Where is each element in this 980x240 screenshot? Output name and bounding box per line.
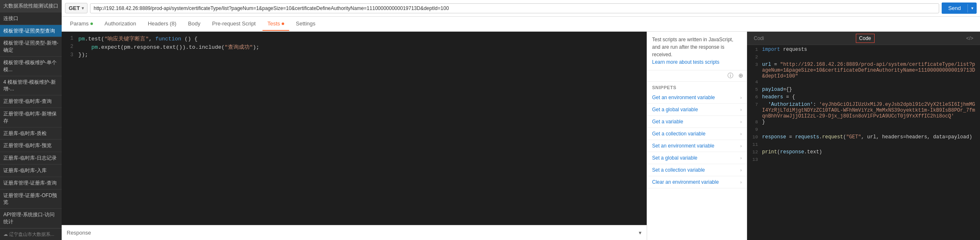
info-icon[interactable]: ⓘ [728,72,733,80]
tab-headers[interactable]: Headers (8) [143,17,182,31]
chevron-right-icon: › [740,180,742,185]
code-line-11: 11 [747,142,980,149]
snippets-header: SNIPPETS [647,82,747,92]
code-line-12: 12 print(response.text) [747,149,980,157]
tab-authorization[interactable]: Authorization [100,17,141,31]
snippet-item-4[interactable]: Set an environment variable › [647,140,747,152]
snippets-info: Test scripts are written in JavaScript, … [647,32,747,70]
snippet-item-6[interactable]: Set a collection variable › [647,164,747,176]
main-panel: GET ▾ Send ▾ Params Authorization Header… [62,0,980,240]
chevron-right-icon: › [740,156,742,160]
tab-settings[interactable]: Settings [291,17,320,31]
sidebar-item-0[interactable]: 大数据系统性能测试接口 [0,0,62,12]
learn-more-link[interactable]: Learn more about tests scripts [652,59,719,65]
code-line-3: 3 url = "http://192.168.42.26:8889/prod-… [747,62,980,79]
chevron-right-icon: › [740,108,742,112]
code-line-8: 8 } [747,119,980,127]
code-line-13: 13 [747,157,980,164]
chevron-right-icon: › [740,95,742,100]
snippet-item-1[interactable]: Get a global variable › [647,104,747,116]
sidebar-item-5[interactable]: 4 模板管理-模板维护-新增-... [0,76,62,96]
chevron-right-icon: › [740,168,742,172]
sidebar-item-14[interactable]: API管理-系统接口-访问统计 [0,209,62,228]
code-line-7: 7 'Authorization': 'eyJhbGciOiJIUzUxMiJ9… [747,102,980,119]
sidebar-item-8[interactable]: 正册库-临时库-质检 [0,128,62,140]
response-label: Response [67,230,91,236]
code-line-6: 6 headers = { [747,94,980,102]
sidebar-item-2[interactable]: 模板管理-证照类型查询 [0,25,62,38]
tab-body[interactable]: Body [183,17,205,31]
chevron-right-icon: › [740,120,742,124]
sidebar-item-10[interactable]: 正册库-临时库-日志记录 [0,152,62,165]
code-line-4: 4 [747,79,980,87]
tab-pre-request[interactable]: Pre-request Script [207,17,261,31]
sidebar-item-12[interactable]: 证册库管理-证册库-查询 [0,177,62,190]
sidebar-item-4[interactable]: 模板管理-模板维护-单个模... [0,57,62,76]
chevron-right-icon: › [740,144,742,148]
code-line-10: 10 response = requests.request("GET", ur… [747,134,980,142]
params-dot [90,22,93,25]
xml-tab[interactable]: </> [963,34,977,43]
code-line-5: 5 payload={} [747,87,980,94]
sidebar: 大数据系统性能测试接口 连接口 模板管理-证照类型查询 模板管理-证照类型-新增… [0,0,62,240]
request-tabs: Params Authorization Headers (8) Body Pr… [62,17,980,32]
code-line-2: 2 [747,54,980,62]
code-tab-inactive[interactable]: Codi [750,34,768,43]
url-bar: GET ▾ Send ▾ [62,0,980,17]
chevron-down-icon: ▾ [82,6,84,10]
tab-tests[interactable]: Tests [262,17,289,31]
snippet-item-0[interactable]: Get an environment variable › [647,92,747,104]
code-line-9: 9 [747,127,980,134]
test-editor[interactable]: 1 pm.test("响应关键字断言", function () { 2 pm.… [62,32,647,225]
code-line-1: 1 import requests [747,47,980,54]
editor-area: 1 pm.test("响应关键字断言", function () { 2 pm.… [62,32,647,240]
snippet-item-5[interactable]: Set a global variable › [647,152,747,164]
sidebar-item-13[interactable]: 证册管理-证册库-OFD预览 [0,190,62,209]
sidebar-item-6[interactable]: 正册管理-临时库-查询 [0,95,62,108]
snippet-item-3[interactable]: Get a collection variable › [647,128,747,140]
method-select[interactable]: GET ▾ [65,3,88,13]
editor-line-2: 2 pm.expect(pm.response.text()).to.inclu… [62,43,647,52]
code-panel-header: Codi Code </> [747,32,980,45]
sidebar-footer: ☁ 辽宁盘山市大数据系... [0,228,62,240]
sidebar-item-9[interactable]: 正册管理-临时库-预览 [0,140,62,152]
send-dropdown-button[interactable]: ▾ [968,3,977,13]
editor-line-1: 1 pm.test("响应关键字断言", function () { [62,35,647,43]
sidebar-item-1[interactable]: 连接口 [0,12,62,25]
snippets-panel: Test scripts are written in JavaScript, … [647,32,747,240]
chevron-down-icon[interactable]: ▾ [639,230,642,236]
search-icon[interactable]: ⊕ [738,72,743,80]
code-tab-active[interactable]: Code [856,34,875,43]
sidebar-item-3[interactable]: 模板管理-证照类型-新增-确定 [0,37,62,57]
code-panel: Codi Code </> 1 import requests 2 3 [747,32,980,240]
response-bar: Response ▾ [62,225,647,240]
tests-dot [282,22,284,25]
chevron-right-icon: › [740,132,742,136]
sidebar-item-11[interactable]: 证册库-临时库-入库 [0,165,62,177]
tab-params[interactable]: Params [65,17,98,31]
send-btn-group: Send ▾ [942,2,977,14]
snippet-item-7[interactable]: Clear an environment variable › [647,176,747,188]
snippet-item-2[interactable]: Get a variable › [647,116,747,128]
sidebar-item-7[interactable]: 正册管理-临时库-新增保存 [0,108,62,128]
code-editor[interactable]: 1 import requests 2 3 url = "http://192.… [747,45,980,240]
editor-line-3: 3 }); [62,52,647,60]
url-input[interactable] [90,3,939,13]
send-button[interactable]: Send [942,2,968,14]
content-area: 1 pm.test("响应关键字断言", function () { 2 pm.… [62,32,980,240]
